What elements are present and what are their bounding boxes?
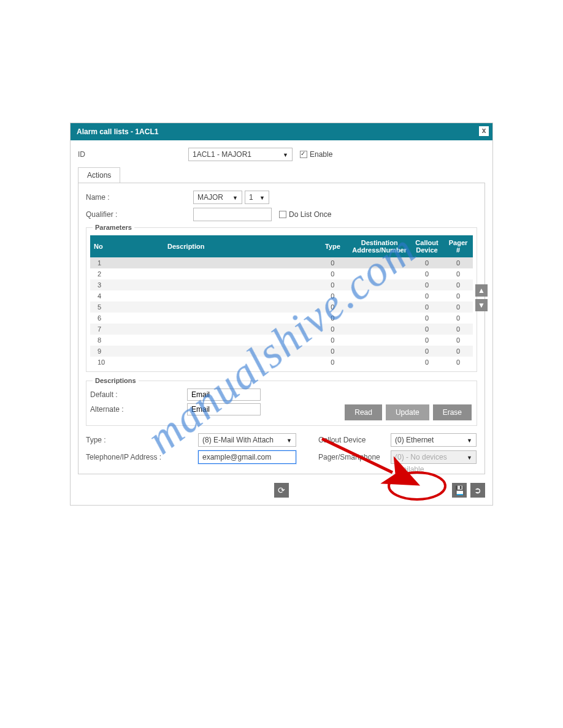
qualifier-input[interactable] <box>193 208 272 221</box>
th-dest: Destination Address/Number <box>348 235 410 257</box>
table-row[interactable]: 5000 <box>90 301 473 313</box>
dialog-title: Alarm call lists - 1ACL1 <box>77 127 158 136</box>
close-button[interactable]: x <box>479 126 489 136</box>
parameters-table: No Description Type Destination Address/… <box>90 235 473 368</box>
pager-label: Pager/Smartphone <box>318 453 386 461</box>
telephone-input[interactable] <box>198 450 296 464</box>
qualifier-label: Qualifier : <box>86 210 193 219</box>
save-icon: 💾 <box>454 485 465 495</box>
save-button[interactable]: 💾 <box>452 483 467 498</box>
table-row[interactable]: 10000 <box>90 357 473 368</box>
update-button[interactable]: Update <box>386 404 429 420</box>
actions-panel: Name : MAJOR 1 Qualifier : Do List Once … <box>78 183 485 474</box>
table-row[interactable]: 2000 <box>90 268 473 279</box>
alternate-label: Alternate : <box>90 405 182 414</box>
row-down-button[interactable]: ▼ <box>475 299 488 311</box>
table-row[interactable]: 1000 <box>90 257 473 268</box>
do-list-once-label: Do List Once <box>289 210 331 219</box>
callout-device-select[interactable]: (0) Ethernet <box>391 433 477 447</box>
alarm-call-lists-dialog: Alarm call lists - 1ACL1 x ID 1ACL1 - MA… <box>70 123 493 506</box>
enable-checkbox[interactable] <box>300 151 307 158</box>
callout-device-label: Callout Device <box>318 436 386 444</box>
th-pager: Pager # <box>443 235 473 257</box>
do-list-once-checkbox[interactable] <box>279 211 286 218</box>
type-select[interactable]: (8) E-Mail With Attach <box>198 433 296 447</box>
default-input[interactable] <box>187 389 261 401</box>
table-row[interactable]: 4000 <box>90 290 473 301</box>
table-row[interactable]: 3000 <box>90 279 473 290</box>
refresh-icon: ⟳ <box>278 485 285 495</box>
name-select-major[interactable]: MAJOR <box>193 191 242 204</box>
exit-button[interactable]: ➲ <box>470 483 485 498</box>
title-bar: Alarm call lists - 1ACL1 x <box>71 123 492 140</box>
table-row[interactable]: 8000 <box>90 335 473 346</box>
telephone-label: Telephone/IP Address : <box>86 453 193 461</box>
name-label: Name : <box>86 193 193 202</box>
row-up-button[interactable]: ▲ <box>475 284 488 297</box>
exit-icon: ➲ <box>474 485 481 495</box>
parameters-title: Parameters <box>93 224 134 231</box>
pager-select: (0) - No devices available <box>391 450 477 464</box>
id-label: ID <box>78 150 188 159</box>
tab-actions[interactable]: Actions <box>78 167 120 183</box>
descriptions-title: Descriptions <box>93 377 139 384</box>
name-select-index[interactable]: 1 <box>245 191 269 204</box>
table-row[interactable]: 7000 <box>90 324 473 335</box>
th-desc: Description <box>164 235 316 257</box>
refresh-button[interactable]: ⟳ <box>274 483 289 498</box>
th-call: Callout Device <box>410 235 443 257</box>
alternate-input[interactable] <box>187 403 261 415</box>
th-type: Type <box>316 235 348 257</box>
enable-label: Enable <box>310 150 332 159</box>
table-row[interactable]: 9000 <box>90 346 473 357</box>
type-label: Type : <box>86 436 193 444</box>
id-select[interactable]: 1ACL1 - MAJOR1 <box>188 148 293 161</box>
parameters-table-wrap: No Description Type Destination Address/… <box>90 235 473 368</box>
erase-button[interactable]: Erase <box>433 404 472 420</box>
read-button[interactable]: Read <box>345 404 382 420</box>
th-no: No <box>90 235 164 257</box>
table-row[interactable]: 6000 <box>90 313 473 324</box>
default-label: Default : <box>90 390 182 399</box>
